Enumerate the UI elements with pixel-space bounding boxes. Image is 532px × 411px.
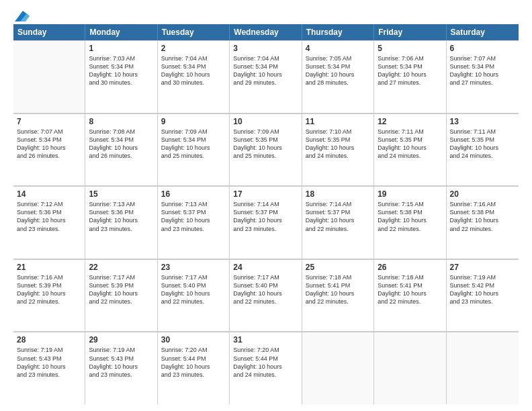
day-info: Sunrise: 7:17 AM Sunset: 5:40 PM Dayligh… — [233, 273, 298, 306]
calendar-cell — [13, 40, 85, 113]
day-number: 10 — [233, 117, 298, 126]
calendar-cell: 9Sunrise: 7:09 AM Sunset: 5:34 PM Daylig… — [158, 113, 230, 186]
calendar: SundayMondayTuesdayWednesdayThursdayFrid… — [13, 24, 519, 404]
day-number: 1 — [89, 44, 153, 53]
day-number: 28 — [17, 335, 81, 345]
day-number: 29 — [89, 335, 153, 345]
logo — [13, 11, 30, 19]
calendar-cell: 31Sunrise: 7:20 AM Sunset: 5:44 PM Dayli… — [230, 332, 302, 404]
day-number: 20 — [450, 189, 515, 199]
header-day-saturday: Saturday — [447, 24, 519, 40]
calendar-cell: 16Sunrise: 7:13 AM Sunset: 5:37 PM Dayli… — [158, 186, 230, 259]
header-day-sunday: Sunday — [13, 24, 85, 40]
day-info: Sunrise: 7:07 AM Sunset: 5:34 PM Dayligh… — [17, 128, 81, 161]
day-info: Sunrise: 7:13 AM Sunset: 5:36 PM Dayligh… — [89, 200, 153, 233]
day-info: Sunrise: 7:09 AM Sunset: 5:34 PM Dayligh… — [161, 128, 226, 161]
header-day-wednesday: Wednesday — [230, 24, 302, 40]
calendar-cell: 2Sunrise: 7:04 AM Sunset: 5:34 PM Daylig… — [158, 40, 230, 113]
day-number: 3 — [233, 44, 298, 53]
day-number: 26 — [378, 263, 442, 272]
calendar-cell: 28Sunrise: 7:19 AM Sunset: 5:43 PM Dayli… — [13, 332, 85, 404]
day-info: Sunrise: 7:18 AM Sunset: 5:41 PM Dayligh… — [306, 273, 370, 306]
day-number: 5 — [378, 44, 442, 53]
day-info: Sunrise: 7:19 AM Sunset: 5:42 PM Dayligh… — [450, 273, 515, 306]
calendar-cell: 7Sunrise: 7:07 AM Sunset: 5:34 PM Daylig… — [13, 113, 85, 186]
calendar-week-5: 28Sunrise: 7:19 AM Sunset: 5:43 PM Dayli… — [13, 332, 519, 404]
day-info: Sunrise: 7:17 AM Sunset: 5:40 PM Dayligh… — [161, 273, 226, 306]
day-info: Sunrise: 7:08 AM Sunset: 5:34 PM Dayligh… — [89, 128, 153, 161]
day-number: 31 — [233, 335, 298, 345]
day-number: 11 — [306, 117, 370, 126]
day-number: 30 — [161, 335, 226, 345]
calendar-cell — [447, 332, 519, 404]
day-number: 19 — [378, 189, 442, 199]
day-info: Sunrise: 7:19 AM Sunset: 5:43 PM Dayligh… — [17, 346, 81, 379]
calendar-cell: 12Sunrise: 7:11 AM Sunset: 5:35 PM Dayli… — [374, 113, 446, 186]
day-number: 15 — [89, 189, 153, 199]
calendar-cell: 17Sunrise: 7:14 AM Sunset: 5:37 PM Dayli… — [230, 186, 302, 259]
calendar-week-1: 1Sunrise: 7:03 AM Sunset: 5:34 PM Daylig… — [13, 40, 519, 113]
day-info: Sunrise: 7:20 AM Sunset: 5:44 PM Dayligh… — [161, 346, 226, 379]
day-number: 14 — [17, 189, 81, 199]
calendar-cell: 24Sunrise: 7:17 AM Sunset: 5:40 PM Dayli… — [230, 259, 302, 332]
day-number: 24 — [233, 263, 298, 272]
day-info: Sunrise: 7:14 AM Sunset: 5:37 PM Dayligh… — [233, 200, 298, 233]
calendar-week-4: 21Sunrise: 7:16 AM Sunset: 5:39 PM Dayli… — [13, 259, 519, 332]
day-number: 23 — [161, 263, 226, 272]
calendar-cell: 4Sunrise: 7:05 AM Sunset: 5:34 PM Daylig… — [302, 40, 374, 113]
day-info: Sunrise: 7:16 AM Sunset: 5:39 PM Dayligh… — [17, 273, 81, 306]
day-info: Sunrise: 7:13 AM Sunset: 5:37 PM Dayligh… — [161, 200, 226, 233]
day-number: 16 — [161, 189, 226, 199]
header-day-thursday: Thursday — [302, 24, 374, 40]
day-info: Sunrise: 7:14 AM Sunset: 5:37 PM Dayligh… — [306, 200, 370, 233]
calendar-body: 1Sunrise: 7:03 AM Sunset: 5:34 PM Daylig… — [13, 40, 519, 404]
header-day-tuesday: Tuesday — [158, 24, 230, 40]
calendar-cell: 27Sunrise: 7:19 AM Sunset: 5:42 PM Dayli… — [447, 259, 519, 332]
day-info: Sunrise: 7:16 AM Sunset: 5:38 PM Dayligh… — [450, 200, 515, 233]
day-info: Sunrise: 7:10 AM Sunset: 5:35 PM Dayligh… — [306, 128, 370, 161]
day-number: 17 — [233, 189, 298, 199]
logo-icon — [15, 11, 30, 21]
day-info: Sunrise: 7:06 AM Sunset: 5:34 PM Dayligh… — [378, 54, 442, 87]
calendar-header: SundayMondayTuesdayWednesdayThursdayFrid… — [13, 24, 519, 40]
day-number: 22 — [89, 263, 153, 272]
calendar-cell: 30Sunrise: 7:20 AM Sunset: 5:44 PM Dayli… — [158, 332, 230, 404]
calendar-cell: 20Sunrise: 7:16 AM Sunset: 5:38 PM Dayli… — [447, 186, 519, 259]
day-info: Sunrise: 7:20 AM Sunset: 5:44 PM Dayligh… — [233, 346, 298, 379]
calendar-week-3: 14Sunrise: 7:12 AM Sunset: 5:36 PM Dayli… — [13, 186, 519, 259]
day-number: 4 — [306, 44, 370, 53]
day-info: Sunrise: 7:04 AM Sunset: 5:34 PM Dayligh… — [233, 54, 298, 87]
day-number: 18 — [306, 189, 370, 199]
calendar-cell: 26Sunrise: 7:18 AM Sunset: 5:41 PM Dayli… — [374, 259, 446, 332]
day-info: Sunrise: 7:09 AM Sunset: 5:35 PM Dayligh… — [233, 128, 298, 161]
calendar-cell: 29Sunrise: 7:19 AM Sunset: 5:43 PM Dayli… — [85, 332, 157, 404]
day-info: Sunrise: 7:15 AM Sunset: 5:38 PM Dayligh… — [378, 200, 442, 233]
day-number: 12 — [378, 117, 442, 126]
day-number: 2 — [161, 44, 226, 53]
calendar-cell: 3Sunrise: 7:04 AM Sunset: 5:34 PM Daylig… — [230, 40, 302, 113]
day-info: Sunrise: 7:11 AM Sunset: 5:35 PM Dayligh… — [378, 128, 442, 161]
page-header — [13, 11, 519, 19]
day-number: 9 — [161, 117, 226, 126]
day-info: Sunrise: 7:12 AM Sunset: 5:36 PM Dayligh… — [17, 200, 81, 233]
calendar-cell: 23Sunrise: 7:17 AM Sunset: 5:40 PM Dayli… — [158, 259, 230, 332]
calendar-cell: 14Sunrise: 7:12 AM Sunset: 5:36 PM Dayli… — [13, 186, 85, 259]
calendar-cell: 25Sunrise: 7:18 AM Sunset: 5:41 PM Dayli… — [302, 259, 374, 332]
calendar-cell: 10Sunrise: 7:09 AM Sunset: 5:35 PM Dayli… — [230, 113, 302, 186]
calendar-cell: 18Sunrise: 7:14 AM Sunset: 5:37 PM Dayli… — [302, 186, 374, 259]
calendar-cell: 6Sunrise: 7:07 AM Sunset: 5:34 PM Daylig… — [447, 40, 519, 113]
day-info: Sunrise: 7:03 AM Sunset: 5:34 PM Dayligh… — [89, 54, 153, 87]
day-info: Sunrise: 7:17 AM Sunset: 5:39 PM Dayligh… — [89, 273, 153, 306]
calendar-cell: 13Sunrise: 7:11 AM Sunset: 5:35 PM Dayli… — [447, 113, 519, 186]
day-number: 21 — [17, 263, 81, 272]
day-number: 8 — [89, 117, 153, 126]
day-number: 27 — [450, 263, 515, 272]
day-number: 25 — [306, 263, 370, 272]
day-info: Sunrise: 7:19 AM Sunset: 5:43 PM Dayligh… — [89, 346, 153, 379]
header-day-friday: Friday — [374, 24, 446, 40]
day-info: Sunrise: 7:04 AM Sunset: 5:34 PM Dayligh… — [161, 54, 226, 87]
calendar-cell: 19Sunrise: 7:15 AM Sunset: 5:38 PM Dayli… — [374, 186, 446, 259]
day-number: 13 — [450, 117, 515, 126]
header-day-monday: Monday — [85, 24, 157, 40]
day-info: Sunrise: 7:11 AM Sunset: 5:35 PM Dayligh… — [450, 128, 515, 161]
